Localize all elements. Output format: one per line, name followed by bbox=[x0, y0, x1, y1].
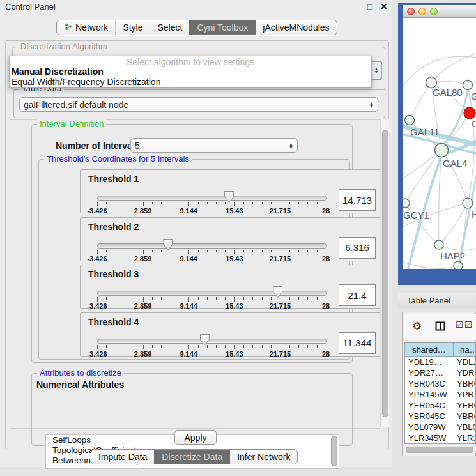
network-edge[interactable] bbox=[431, 53, 476, 82]
slider-handle[interactable] bbox=[273, 286, 282, 298]
network-node-gal11[interactable] bbox=[405, 116, 415, 125]
network-node-label: GA bbox=[471, 91, 476, 102]
tick-mark bbox=[125, 297, 125, 300]
cell-shared-name: YPR145W bbox=[405, 390, 454, 399]
tick-mark bbox=[280, 202, 280, 206]
table-row[interactable]: YER054CYER0 bbox=[405, 400, 475, 411]
tick-mark bbox=[125, 202, 125, 204]
threshold-value-field[interactable]: 11.344 bbox=[339, 332, 376, 354]
network-node[interactable] bbox=[454, 261, 463, 269]
network-node-h[interactable] bbox=[463, 198, 473, 208]
slider-track[interactable] bbox=[97, 196, 327, 201]
stepper-arrows-icon[interactable]: ▲▼ bbox=[289, 142, 293, 149]
tick-mark bbox=[106, 202, 107, 204]
table-row[interactable]: YBR045CYBR0 bbox=[405, 411, 475, 422]
column-header-shared-name[interactable]: shared… bbox=[405, 343, 454, 356]
bottom-tab-discretize-data[interactable]: Discretize Data bbox=[154, 450, 229, 464]
tick-mark bbox=[271, 345, 272, 348]
network-node-gal4[interactable] bbox=[435, 144, 449, 157]
cell-shared-name: YDR27… bbox=[405, 368, 454, 378]
zoom-traffic-light-icon[interactable] bbox=[430, 8, 438, 15]
apply-button[interactable]: Apply bbox=[174, 430, 217, 445]
network-node-gal80[interactable] bbox=[426, 77, 437, 88]
threshold-value-field[interactable]: 6.316 bbox=[339, 237, 376, 259]
algorithm-option[interactable]: Manual Discretization bbox=[10, 66, 371, 77]
tick-mark bbox=[326, 250, 326, 254]
tick-mark bbox=[307, 202, 308, 204]
slider-handle[interactable] bbox=[200, 334, 210, 346]
interval-definition-label: Interval Definition bbox=[37, 119, 106, 128]
checkbox-icon[interactable]: ☑ bbox=[464, 320, 472, 330]
attributes-list-scrollbar[interactable] bbox=[330, 435, 338, 467]
table-data-select[interactable]: galFiltered.sif default node ▲▼ bbox=[19, 97, 378, 112]
split-view-icon[interactable] bbox=[435, 321, 445, 334]
threshold-value-field[interactable]: 21.4 bbox=[339, 284, 376, 306]
thresholds-group: Threshold's Coordinates for 5 Intervals … bbox=[38, 159, 350, 360]
table-row[interactable]: YBR043CYBR0 bbox=[405, 378, 475, 389]
slider-handle[interactable] bbox=[163, 239, 173, 250]
close-icon[interactable]: ✕ bbox=[380, 1, 388, 12]
network-node-gcy1[interactable] bbox=[403, 199, 410, 208]
panel-scrollbar-thumb[interactable] bbox=[382, 130, 388, 417]
bottom-tab-impute-data[interactable]: Impute Data bbox=[91, 450, 154, 464]
number-of-intervals-spinner[interactable]: 5 ▲▼ bbox=[130, 138, 298, 153]
table-row[interactable]: YDR27…YDR2 bbox=[405, 367, 475, 378]
node-attribute-table[interactable]: shared… na… YDL19…YDL1YDR27…YDR2YBR043CY… bbox=[404, 342, 476, 444]
checkbox-icon[interactable]: ☑ bbox=[456, 320, 463, 330]
bottom-tab-label: Impute Data bbox=[98, 452, 147, 462]
tick-label: 2.859 bbox=[123, 207, 164, 215]
table-row[interactable]: YDL19…YDL1 bbox=[405, 357, 475, 367]
bottom-tab-label: Infer Network bbox=[237, 452, 290, 462]
stepper-arrows-icon[interactable]: ▲▼ bbox=[369, 102, 374, 108]
network-node-label: GAL11 bbox=[410, 127, 440, 137]
tab-network[interactable]: Network bbox=[57, 20, 115, 35]
tick-mark bbox=[225, 297, 226, 300]
tab-cyni-toolbox[interactable]: Cyni Toolbox bbox=[189, 20, 255, 35]
table-row[interactable]: YBL079WYBL0 bbox=[405, 422, 475, 433]
threshold-label: Threshold 4 bbox=[88, 317, 139, 327]
network-edge[interactable] bbox=[403, 261, 458, 269]
tick-label: 21.715 bbox=[259, 207, 300, 215]
column-header-name[interactable]: na… bbox=[454, 343, 475, 356]
threshold-value-field[interactable]: 14.713 bbox=[339, 189, 376, 211]
slider-track[interactable] bbox=[97, 243, 327, 249]
algorithm-option[interactable]: Equal Width/Frequency Discretization bbox=[10, 77, 371, 87]
network-node-label: H bbox=[472, 209, 476, 220]
table-row[interactable]: YLR345WYLR3 bbox=[405, 433, 475, 443]
slider-track[interactable] bbox=[97, 339, 327, 344]
tab-style[interactable]: Style bbox=[115, 20, 150, 35]
threshold-panel: Threshold 1-3.4262.8599.14415.4321.71528… bbox=[80, 169, 383, 213]
slider-handle[interactable] bbox=[224, 191, 234, 203]
tab-jactivemnodules[interactable]: jActiveMNodules bbox=[255, 20, 336, 35]
table-hscroll-thumb[interactable] bbox=[406, 447, 473, 453]
cell-name: YPR1 bbox=[454, 390, 475, 399]
tab-select[interactable]: Select bbox=[150, 20, 189, 35]
table-horizontal-scrollbar[interactable] bbox=[404, 445, 476, 453]
gear-icon[interactable]: ⚙ bbox=[412, 319, 422, 333]
minimize-traffic-light-icon[interactable] bbox=[418, 8, 426, 15]
network-canvas[interactable]: GAL80GACGAL11GAL4GCY1HHAP2 bbox=[403, 18, 476, 269]
float-window-icon[interactable]: □ bbox=[367, 2, 372, 12]
network-edge[interactable] bbox=[405, 150, 441, 203]
panel-scrollbar[interactable] bbox=[380, 119, 389, 427]
slider-track[interactable] bbox=[97, 291, 327, 296]
network-edge[interactable] bbox=[439, 245, 476, 250]
tick-mark bbox=[307, 297, 308, 300]
tick-mark bbox=[298, 202, 299, 204]
network-node-label: GAL80 bbox=[433, 87, 463, 98]
stepper-arrows-icon: ▲▼ bbox=[374, 67, 379, 73]
threshold-label: Threshold 2 bbox=[88, 222, 139, 232]
table-row[interactable]: YIL053CYIL0 bbox=[405, 443, 475, 444]
table-data-value: galFiltered.sif default node bbox=[24, 100, 367, 110]
bottom-tab-infer-network[interactable]: Infer Network bbox=[229, 450, 297, 464]
network-edge[interactable] bbox=[410, 82, 431, 120]
table-row[interactable]: YPR145WYPR1 bbox=[405, 389, 475, 400]
tick-mark bbox=[243, 250, 244, 252]
close-traffic-light-icon[interactable] bbox=[407, 8, 415, 15]
cyni-toolbox-panel: Discretization Algorithm Table Data galF… bbox=[5, 40, 389, 449]
tick-mark bbox=[171, 202, 171, 204]
cell-name: YDR2 bbox=[454, 368, 475, 378]
network-node-c[interactable] bbox=[464, 107, 475, 119]
network-node-ga[interactable] bbox=[463, 81, 473, 90]
network-node-hap2[interactable] bbox=[434, 240, 443, 249]
